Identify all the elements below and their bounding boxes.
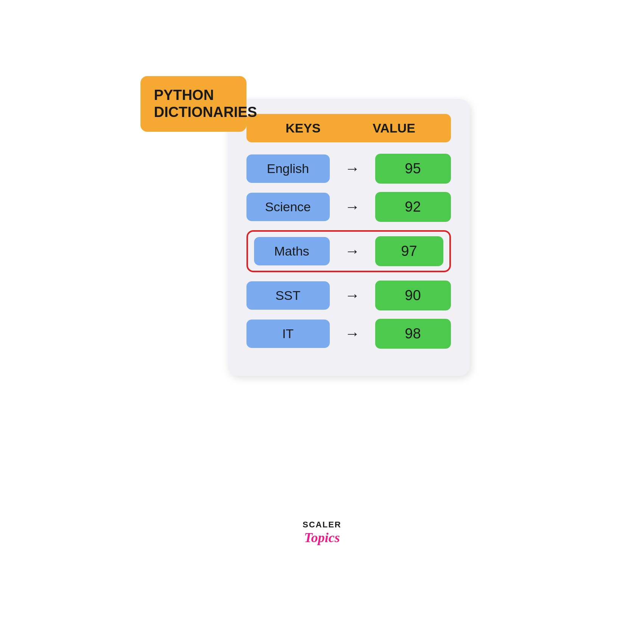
title-line1: PYTHON bbox=[154, 87, 214, 103]
arrow-science: → bbox=[330, 198, 375, 215]
arrow-english: → bbox=[330, 160, 375, 177]
arrow-sst: → bbox=[330, 287, 375, 304]
footer-scaler-text: SCALER bbox=[303, 520, 341, 530]
table-row-highlighted: Maths → 97 bbox=[246, 230, 451, 272]
value-sst: 90 bbox=[375, 281, 451, 310]
table-header: KEYS VALUE bbox=[246, 114, 451, 142]
header-value: VALUE bbox=[349, 121, 440, 136]
footer-topics-text: Topics bbox=[304, 530, 340, 545]
key-science: Science bbox=[246, 193, 330, 221]
table-row: IT → 98 bbox=[246, 319, 451, 349]
header-keys: KEYS bbox=[258, 121, 349, 136]
table-row: English → 95 bbox=[246, 154, 451, 184]
title-text: PYTHON DICTIONARIES bbox=[154, 87, 233, 121]
footer-logo: SCALER Topics bbox=[303, 520, 341, 546]
key-maths: Maths bbox=[254, 237, 330, 265]
key-sst: SST bbox=[246, 281, 330, 310]
table-row: SST → 90 bbox=[246, 281, 451, 310]
title-line2: DICTIONARIES bbox=[154, 104, 257, 120]
table-row: Science → 92 bbox=[246, 192, 451, 222]
value-maths: 97 bbox=[375, 236, 443, 266]
arrow-maths: → bbox=[330, 243, 375, 260]
key-it: IT bbox=[246, 320, 330, 348]
value-english: 95 bbox=[375, 154, 451, 184]
value-science: 92 bbox=[375, 192, 451, 222]
key-english: English bbox=[246, 154, 330, 183]
main-container: PYTHON DICTIONARIES KEYS VALUE English →… bbox=[152, 76, 493, 568]
title-badge: PYTHON DICTIONARIES bbox=[140, 76, 246, 132]
value-it: 98 bbox=[375, 319, 451, 349]
arrow-it: → bbox=[330, 325, 375, 342]
dictionary-card: KEYS VALUE English → 95 Science → 92 Mat… bbox=[228, 99, 470, 376]
